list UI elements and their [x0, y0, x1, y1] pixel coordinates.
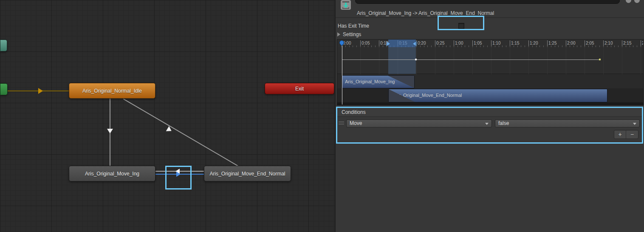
blend-curve-endpoint[interactable]: [599, 59, 601, 60]
condition-value-dropdown[interactable]: false: [495, 119, 640, 127]
separator: [336, 17, 644, 18]
conditions-panel: Conditions Move false + −: [336, 107, 643, 144]
menu-icon[interactable]: [634, 0, 640, 3]
timeline-bottom-strip: [337, 102, 644, 105]
condition-parameter-value: Move: [350, 120, 362, 126]
transition-zone-ruler-overlay[interactable]: [388, 40, 416, 47]
timeline-clip-move-ing[interactable]: Aris_Original_Move_Ing: [342, 75, 415, 88]
settings-foldout-icon[interactable]: [337, 32, 340, 37]
condition-parameter-dropdown[interactable]: Move: [346, 119, 492, 127]
ruler-tick-label: 1:10: [491, 40, 500, 46]
crossfade-wedge: [388, 76, 414, 88]
state-node-label: Aris_Original_Move_End_Normal: [209, 171, 285, 177]
ruler-tick-label: 0:05: [360, 40, 370, 46]
state-node-label: Aris_Original_Normal_Idle: [82, 88, 142, 94]
conditions-header: Conditions: [337, 108, 642, 117]
state-node-move-end-normal[interactable]: Aris_Original_Move_End_Normal: [204, 166, 291, 181]
state-node-normal-idle[interactable]: Aris_Original_Normal_Idle: [69, 83, 155, 99]
transition-title: Aris_Original_Move_Ing -> Aris_Original_…: [357, 10, 494, 16]
ruler-tick-label: 1:05: [472, 40, 482, 46]
animator-window: Aris_Original_Normal_Idle Exit Aris_Orig…: [0, 0, 644, 232]
ruler-tick-label: 1:25: [547, 40, 556, 46]
state-node-label: Aris_Original_Move_Ing: [85, 171, 139, 177]
ruler-tick-label: 2:00: [566, 40, 575, 46]
chevron-down-icon: [633, 123, 636, 125]
blend-curve: [342, 59, 600, 60]
timeline-clip-move-end-normal[interactable]: Aris_Original_Move_End_Normal: [388, 89, 607, 102]
transition-idle-to-moveend[interactable]: [123, 99, 238, 167]
state-node-partial-teal[interactable]: [0, 40, 7, 51]
add-condition-button[interactable]: +: [614, 130, 626, 139]
transition-idle-to-moveing-arrow-icon[interactable]: [107, 129, 113, 133]
timeline-ruler[interactable]: 0:000:050:100:150:200:251:001:051:101:15…: [337, 40, 644, 47]
checkbox-highlight-box: [438, 16, 484, 30]
playhead-line: [342, 43, 342, 105]
ruler-tick-label: 1:15: [510, 40, 519, 46]
blend-curve-keypoint[interactable]: [415, 59, 417, 60]
ruler-tick-label: 2:05: [585, 40, 594, 46]
ruler-tick-label: 0:25: [435, 40, 444, 46]
ruler-tick-label: 0:20: [416, 40, 426, 46]
remove-condition-button[interactable]: −: [626, 130, 638, 139]
ruler-tick-label: 2:20: [641, 40, 644, 46]
header-slider-bar[interactable]: [355, 0, 620, 4]
transition-icon-tray: [342, 7, 349, 9]
has-exit-time-label: Has Exit Time: [338, 23, 369, 29]
transition-highlight-box: [165, 166, 192, 190]
state-machine-canvas[interactable]: Aris_Original_Normal_Idle Exit Aris_Orig…: [0, 0, 336, 232]
state-node-exit[interactable]: Exit: [265, 83, 334, 94]
condition-value: false: [498, 120, 509, 126]
condition-drag-handle-icon[interactable]: [339, 122, 344, 124]
crossfade-wedge: [389, 89, 415, 102]
transition-entry-arrow-icon[interactable]: [38, 88, 43, 94]
transition-timeline[interactable]: Aris_Original_Move_Ing Aris_Original_Mov…: [337, 39, 644, 105]
ruler-tick-label: 2:10: [603, 40, 613, 46]
gear-icon[interactable]: [626, 0, 631, 3]
conditions-list-buttons: + −: [614, 130, 638, 139]
ruler-tick-label: 1:20: [528, 40, 538, 46]
state-node-partial-green[interactable]: [0, 83, 8, 95]
ruler-tick-label: 2:15: [622, 40, 631, 46]
transition-zone-overlay[interactable]: [388, 47, 416, 74]
ruler-tick-label: 1:00: [454, 40, 463, 46]
inspector-panel: Aris_Original_Move_Ing -> Aris_Original_…: [336, 0, 644, 232]
state-node-label: Exit: [295, 86, 304, 92]
chevron-down-icon: [485, 123, 489, 125]
clip-label: Aris_Original_Move_Ing: [345, 79, 395, 84]
state-node-move-ing[interactable]: Aris_Original_Move_Ing: [69, 166, 155, 181]
settings-foldout-label[interactable]: Settings: [343, 31, 361, 37]
transition-icon: [341, 0, 351, 10]
